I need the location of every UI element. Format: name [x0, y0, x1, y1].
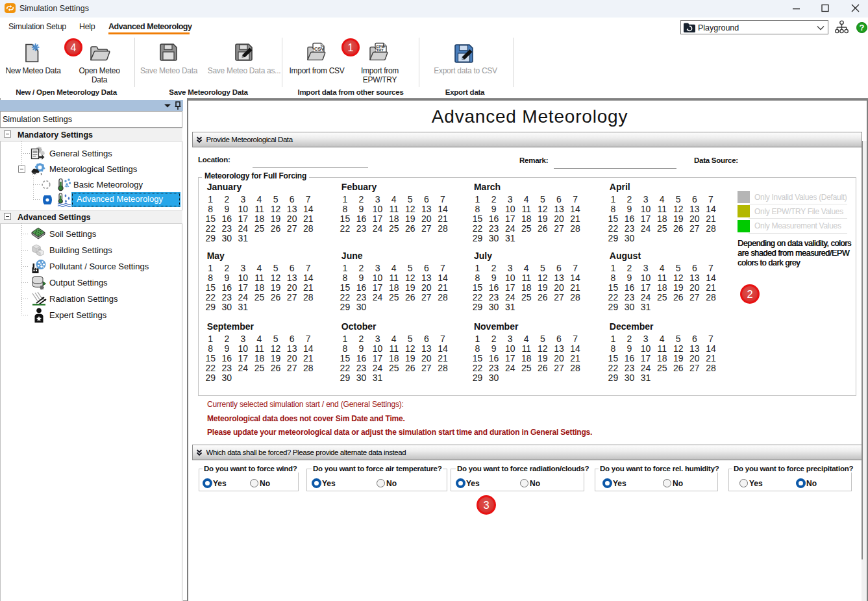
svg-text:CSV: CSV — [314, 46, 324, 52]
svg-text:TRY: TRY — [377, 48, 384, 52]
